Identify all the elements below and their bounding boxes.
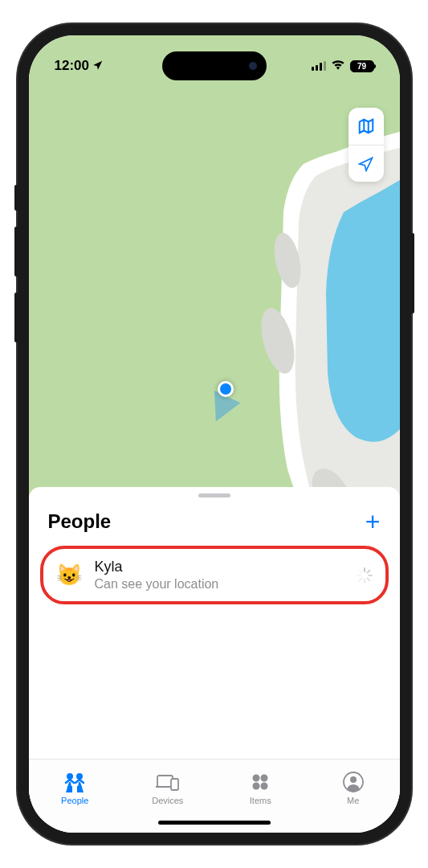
- svg-point-9: [253, 783, 260, 790]
- person-name: Kyla: [95, 559, 344, 575]
- sheet-title: People: [48, 510, 112, 533]
- person-subtitle: Can see your location: [95, 577, 344, 592]
- tab-label: Items: [250, 796, 271, 805]
- svg-point-12: [350, 776, 357, 783]
- tab-label: Me: [347, 796, 359, 805]
- loading-spinner-icon: [357, 567, 373, 583]
- devices-icon: [156, 771, 180, 793]
- person-row-kyla[interactable]: 😺 Kyla Can see your location: [40, 546, 389, 604]
- map-mode-button[interactable]: [349, 108, 384, 145]
- wifi-icon: [331, 58, 345, 74]
- home-indicator[interactable]: [158, 821, 271, 825]
- tab-devices[interactable]: Devices: [121, 760, 214, 817]
- add-person-button[interactable]: +: [365, 509, 381, 534]
- screen: 12:00 79: [29, 35, 400, 833]
- tab-items[interactable]: Items: [214, 760, 308, 817]
- svg-rect-6: [171, 779, 178, 790]
- recenter-button[interactable]: [349, 145, 384, 182]
- battery-icon: 79: [350, 60, 374, 72]
- items-icon: [251, 771, 269, 793]
- status-time: 12:00: [55, 58, 89, 74]
- svg-point-10: [261, 783, 268, 790]
- svg-point-7: [253, 775, 260, 782]
- tab-people[interactable]: People: [29, 760, 122, 817]
- phone-frame: 12:00 79: [18, 24, 411, 844]
- svg-point-8: [261, 775, 268, 782]
- people-sheet: People + 😺 Kyla Can see your location: [29, 487, 400, 833]
- dynamic-island: [162, 51, 267, 80]
- people-icon: [63, 771, 87, 793]
- map-view[interactable]: [29, 35, 400, 518]
- me-icon: [343, 771, 364, 793]
- tab-label: People: [61, 796, 88, 805]
- cellular-signal-icon: [312, 61, 326, 71]
- tab-label: Devices: [152, 796, 183, 805]
- person-avatar: 😺: [56, 563, 82, 588]
- map-controls: [349, 108, 384, 182]
- tab-me[interactable]: Me: [307, 760, 400, 817]
- current-location-dot: [218, 381, 234, 397]
- location-services-icon: [92, 59, 104, 73]
